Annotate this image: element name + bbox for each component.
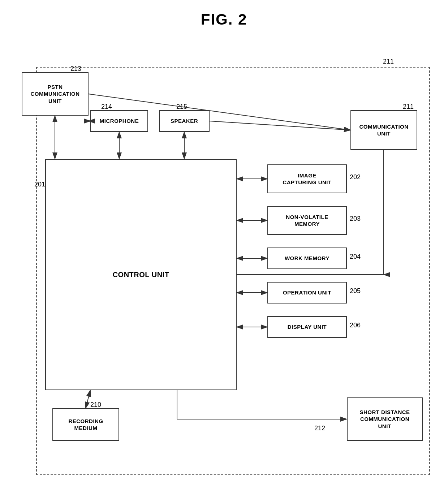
ref-205: 205 [350,287,361,295]
recording-medium-box: RECORDING MEDIUM [52,408,119,441]
diagram-container: FIG. 2 211 PSTN COMMUNICATION UNIT 213 M… [0,0,448,495]
pstn-box: PSTN COMMUNICATION UNIT [22,72,89,116]
ref-211: 211 [403,103,414,111]
ref-203: 203 [350,215,361,223]
operation-unit-box: OPERATION UNIT [267,282,347,304]
microphone-box: MICROPHONE [90,110,148,132]
ref-206: 206 [350,322,361,329]
ref-210: 210 [90,401,101,409]
ref-202: 202 [350,173,361,181]
short-distance-box: SHORT DISTANCE COMMUNICATION UNIT [347,397,423,441]
ref-200: 211 [383,58,394,65]
ref-213: 213 [70,65,81,73]
image-capturing-box: IMAGE CAPTURING UNIT [267,164,347,193]
figure-title: FIG. 2 [0,0,448,28]
speaker-box: SPEAKER [159,110,210,132]
work-memory-box: WORK MEMORY [267,248,347,269]
ref-214: 214 [101,103,112,111]
non-volatile-box: NON-VOLATILE MEMORY [267,206,347,235]
communication-unit-box: COMMUNICATION UNIT [350,110,417,150]
ref-212: 212 [314,425,325,432]
control-unit-box: CONTROL UNIT [45,159,237,390]
display-unit-box: DISPLAY UNIT [267,316,347,338]
ref-201: 201 [34,181,45,188]
ref-204: 204 [350,253,361,261]
ref-215: 215 [176,103,187,111]
